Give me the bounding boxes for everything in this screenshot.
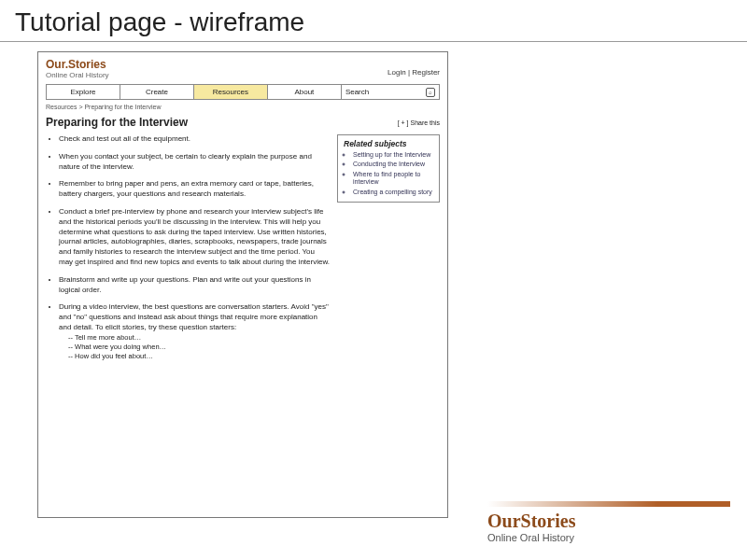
slide-title: Tutorial page - wireframe [0,0,747,42]
related-link[interactable]: Creating a compelling story [353,189,433,196]
brand-logo: OurStories [487,511,730,532]
nav-about[interactable]: About [268,85,342,99]
related-link[interactable]: Conducting the Interview [353,161,433,168]
bullet-item: Conduct a brief pre-interview by phone a… [59,207,330,268]
starter-line: -- What were you doing when… [68,343,330,352]
nav-resources[interactable]: Resources [194,85,268,99]
search-label: Search [345,88,369,96]
main-content: Check and test out all of the equipment.… [46,134,330,369]
footer-brand: OurStories Online Oral History [487,501,730,543]
related-title: Related subjects [344,139,433,148]
search-icon[interactable]: ⌕ [426,88,435,97]
bullet-item: During a video interview, the best quest… [59,302,330,361]
brand-tagline: Online Oral History [487,532,730,543]
bullet-item: Brainstorm and write up your questions. … [59,275,330,296]
nav-search[interactable]: Search ⌕ [342,85,439,99]
bullet-item: Remember to bring paper and pens, an ext… [59,179,330,200]
bullet-item: When you contact your subject, be certai… [59,152,330,173]
starter-line: -- Tell me more about… [68,333,330,343]
wireframe-mock: Our.Stories Online Oral History Login | … [37,51,448,518]
brand-bar [487,501,730,507]
starter-line: -- How did you feel about… [68,352,330,361]
breadcrumb: Resources > Preparing for the Interview [46,104,440,110]
nav-create[interactable]: Create [120,85,194,99]
related-panel: Related subjects Setting up for the Inte… [337,134,440,203]
related-link[interactable]: Where to find people to interview [353,171,433,187]
related-link[interactable]: Setting up for the Interview [353,151,433,159]
page-title: Preparing for the Interview [46,116,188,129]
nav-explore[interactable]: Explore [47,85,120,99]
share-link[interactable]: [ + ] Share this [398,119,440,126]
bullet-item: Check and test out all of the equipment. [59,134,330,145]
primary-nav: Explore Create Resources About Search ⌕ [46,84,440,100]
